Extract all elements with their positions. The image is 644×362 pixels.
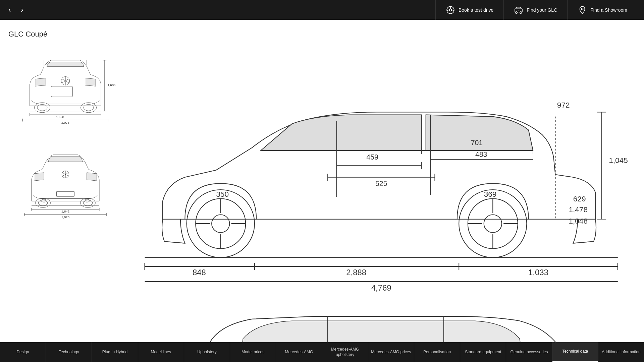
right-diagrams: 1,045 972 459 525: [136, 45, 636, 362]
svg-text:848: 848: [193, 268, 206, 277]
svg-text:459: 459: [366, 153, 378, 161]
nav-amg-prices[interactable]: Mercedes-AMG prices: [368, 342, 414, 362]
left-diagrams: 1,606 1,628 2,076: [8, 45, 122, 362]
svg-text:4,769: 4,769: [371, 283, 391, 292]
nav-amg-upholstery[interactable]: Mercedes-AMG upholstery: [322, 342, 368, 362]
svg-text:1,606: 1,606: [107, 83, 115, 87]
svg-text:1,628: 1,628: [56, 115, 64, 119]
car-icon: ?: [514, 5, 523, 15]
nav-additional-info[interactable]: Additional information: [598, 342, 644, 362]
nav-arrows: ‹ ›: [7, 6, 25, 14]
rear-view-diagram: 1,642 1,920: [8, 139, 122, 226]
nav-plug-in-hybrid[interactable]: Plug-in Hybrid: [92, 342, 138, 362]
svg-text:1,045: 1,045: [609, 156, 628, 165]
svg-point-41: [80, 198, 96, 207]
svg-text:2,076: 2,076: [61, 121, 69, 124]
nav-model-prices[interactable]: Model prices: [230, 342, 276, 362]
svg-point-17: [37, 104, 47, 111]
svg-text:369: 369: [484, 190, 497, 198]
bottom-navigation: Design Technology Plug-in Hybrid Model l…: [0, 342, 644, 362]
svg-point-1: [449, 9, 452, 11]
find-glc-link[interactable]: ? Find your GLC: [503, 0, 567, 20]
nav-personalisation[interactable]: Personalisation: [414, 342, 460, 362]
svg-text:972: 972: [557, 101, 570, 109]
svg-point-9: [582, 8, 583, 10]
nav-actions: Book a test drive ? Find your GLC Find a…: [435, 0, 637, 20]
svg-text:1,048: 1,048: [569, 217, 588, 225]
prev-button[interactable]: ‹: [7, 6, 12, 14]
svg-point-58: [212, 215, 229, 233]
svg-point-18: [84, 104, 94, 111]
book-test-drive-label: Book a test drive: [459, 7, 493, 13]
find-showroom-link[interactable]: Find a Showroom: [567, 0, 637, 20]
top-navigation: ‹ › Book a test drive ? Find your GLC Fi…: [0, 0, 644, 20]
svg-point-42: [38, 200, 48, 206]
nav-upholstery[interactable]: Upholstery: [184, 342, 230, 362]
svg-text:1,920: 1,920: [61, 215, 69, 219]
svg-text:350: 350: [216, 190, 229, 198]
nav-model-lines[interactable]: Model lines: [138, 342, 184, 362]
svg-line-4: [451, 9, 454, 11]
nav-design[interactable]: Design: [0, 342, 46, 362]
svg-text:?: ?: [518, 9, 519, 11]
svg-text:1,642: 1,642: [61, 209, 69, 213]
diagrams-container: 1,606 1,628 2,076: [8, 45, 636, 362]
side-view-diagram: 1,045 972 459 525: [136, 45, 636, 296]
nav-mercedes-amg[interactable]: Mercedes-AMG: [276, 342, 322, 362]
book-test-drive-link[interactable]: Book a test drive: [435, 0, 503, 20]
main-content: GLC Coupé: [0, 20, 644, 362]
find-glc-label: Find your GLC: [527, 7, 557, 13]
svg-text:1,033: 1,033: [528, 268, 548, 277]
svg-point-40: [36, 198, 51, 207]
svg-line-3: [447, 9, 449, 11]
svg-point-61: [484, 215, 502, 233]
steering-wheel-icon: [446, 5, 455, 15]
svg-text:2,888: 2,888: [346, 268, 366, 277]
svg-text:629: 629: [573, 195, 586, 203]
svg-text:1,478: 1,478: [569, 205, 588, 214]
svg-text:483: 483: [475, 150, 487, 159]
svg-rect-37: [56, 191, 74, 196]
svg-text:525: 525: [375, 180, 387, 188]
svg-text:701: 701: [471, 139, 483, 147]
svg-point-43: [83, 200, 93, 206]
location-icon: [578, 5, 587, 15]
front-view-diagram: 1,606 1,628 2,076: [8, 45, 122, 132]
svg-rect-10: [51, 86, 73, 97]
nav-genuine-accessories[interactable]: Genuine accessories: [506, 342, 552, 362]
nav-technical-data[interactable]: Technical data: [552, 342, 598, 362]
nav-technology[interactable]: Technology: [46, 342, 92, 362]
find-showroom-label: Find a Showroom: [590, 7, 627, 13]
next-button[interactable]: ›: [19, 6, 25, 14]
page-title: GLC Coupé: [8, 30, 636, 39]
nav-standard-equipment[interactable]: Standard equipment: [460, 342, 506, 362]
